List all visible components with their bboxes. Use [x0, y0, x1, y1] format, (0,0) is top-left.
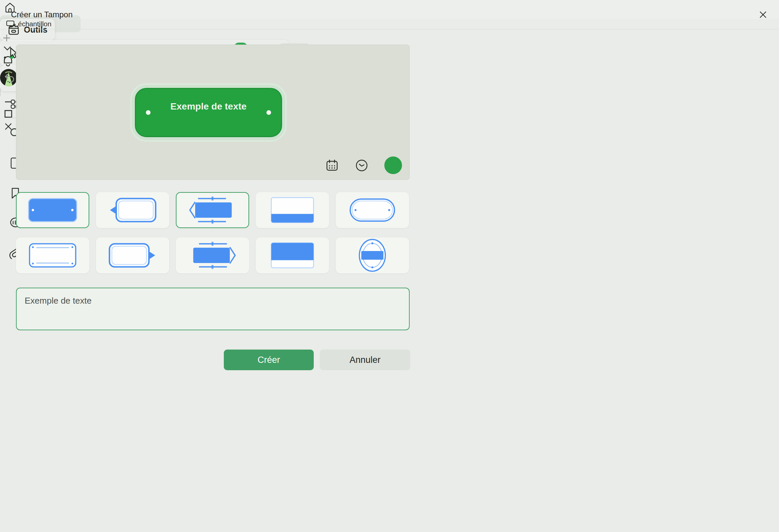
close-icon [758, 10, 768, 20]
create-label: Créer [257, 355, 280, 365]
stamp-template-arrow-left-icon [103, 193, 162, 227]
undo-button[interactable] [3, 72, 16, 84]
stamp-template-oval-icon [343, 193, 402, 227]
stamp-template-arrow-right-icon [103, 238, 162, 273]
clock-icon [354, 158, 369, 173]
create-button[interactable]: Créer [224, 349, 314, 370]
calendar-icon [325, 158, 339, 173]
add-date-button[interactable] [325, 158, 339, 173]
stamp-template-banner-right[interactable] [176, 238, 249, 273]
stamp-preview: Exemple de texte [132, 85, 285, 140]
stamp-text-input[interactable]: Exemple de texte [16, 288, 410, 330]
stamp-template-banner-left-icon [183, 193, 242, 227]
stamp-template-top-bar-icon [263, 238, 322, 273]
add-time-button[interactable] [354, 158, 369, 173]
stamp-preview-body: Exemple de texte [135, 88, 282, 137]
dialog-close-button[interactable] [757, 9, 769, 21]
stamp-preview-text: Exemple de texte [136, 101, 281, 112]
dialog-title: Créer un Tampon [11, 10, 73, 19]
stamp-options [325, 156, 402, 174]
undo-icon [3, 72, 16, 84]
stamp-template-filled[interactable] [16, 192, 89, 228]
stamp-template-circular[interactable] [336, 238, 409, 273]
stamp-template-grid [16, 192, 409, 273]
stamp-template-lined-icon [23, 238, 82, 273]
stamp-template-bottom-bar-icon [263, 193, 322, 227]
stamp-preview-panel: Exemple de texte [16, 45, 410, 180]
stamp-template-bottom-bar[interactable] [256, 192, 329, 228]
stamp-color-swatch[interactable] [384, 156, 402, 174]
stamp-template-lined-outline[interactable] [16, 238, 89, 273]
cancel-label: Annuler [349, 355, 380, 365]
stamp-template-banner-right-icon [183, 238, 242, 273]
stamp-dot-left [146, 110, 151, 115]
stamp-template-oval-outline[interactable] [336, 192, 409, 228]
stamp-template-banner-left[interactable] [176, 192, 249, 228]
stamp-template-top-bar[interactable] [256, 238, 329, 273]
stamp-template-filled-icon [23, 193, 82, 227]
stamp-template-arrow-right-outline[interactable] [96, 238, 169, 273]
stamp-dot-right [266, 110, 271, 115]
stamp-template-arrow-left-outline[interactable] [96, 192, 169, 228]
cancel-button[interactable]: Annuler [320, 349, 410, 370]
stamp-template-circular-icon [343, 238, 402, 273]
dialog-header: Créer un Tampon [0, 0, 779, 29]
